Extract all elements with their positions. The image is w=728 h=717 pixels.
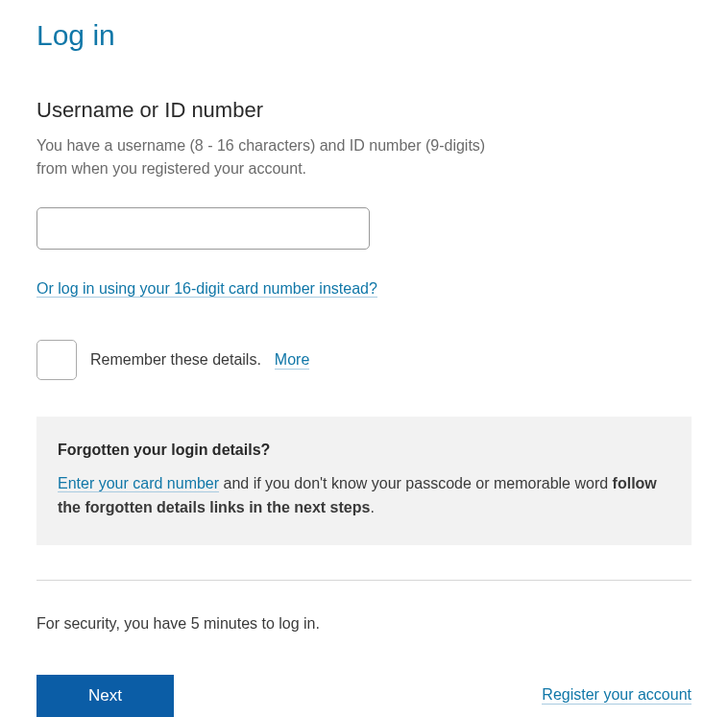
forgotten-title: Forgotten your login details? [58,442,670,459]
remember-more-link[interactable]: More [275,351,309,370]
username-section: Username or ID number You have a usernam… [36,98,692,280]
username-help-line1: You have a username (8 - 16 characters) … [36,137,485,154]
username-label: Username or ID number [36,98,692,123]
alt-login-row: Or log in using your 16-digit card numbe… [36,280,692,298]
forgotten-body: Enter your card number and if you don't … [58,472,670,520]
page-title: Log in [36,19,692,52]
forgotten-period: . [370,499,374,515]
alt-login-link[interactable]: Or log in using your 16-digit card numbe… [36,280,377,298]
forgotten-info-box: Forgotten your login details? Enter your… [36,417,692,545]
forgotten-text-after: and if you don't know your passcode or m… [219,475,613,491]
section-divider [36,580,692,581]
security-note: For security, you have 5 minutes to log … [36,615,692,633]
next-button[interactable]: Next [36,675,174,717]
username-help: You have a username (8 - 16 characters) … [36,134,692,180]
username-input[interactable] [36,207,370,250]
remember-row: Remember these details. More [36,340,692,380]
remember-checkbox[interactable] [36,340,77,380]
register-link[interactable]: Register your account [542,686,692,705]
username-help-line2: from when you registered your account. [36,160,306,177]
enter-card-number-link[interactable]: Enter your card number [58,475,219,492]
action-row: Next Register your account [36,675,692,717]
remember-label: Remember these details. [90,351,261,369]
